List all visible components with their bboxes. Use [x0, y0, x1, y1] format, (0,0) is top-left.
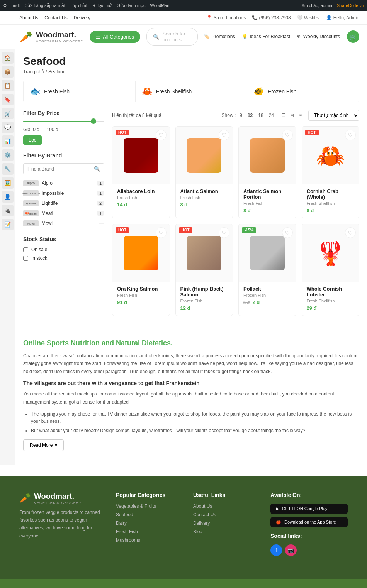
sidebar-icon-list[interactable]: 📋	[2, 80, 14, 91]
footer-cat-seafood[interactable]: Seafood	[116, 512, 182, 517]
brand-lightlife[interactable]: lightlife Lightlife 2	[23, 198, 104, 208]
show-9[interactable]: 9	[238, 112, 244, 119]
admin-bar-right: Xin chào, admin ShareCode.vn	[302, 3, 364, 8]
sidebar-icon-edit[interactable]: 📝	[2, 219, 14, 230]
contact-us-link[interactable]: Contact Us	[44, 15, 67, 20]
sidebar-icon-chat[interactable]: 💬	[2, 122, 14, 133]
price-slider-track[interactable]	[23, 121, 104, 122]
brand-search[interactable]: 🔍	[23, 163, 104, 174]
delivery-link[interactable]: Delivery	[74, 15, 90, 20]
wishlist-button[interactable]: ♡	[282, 227, 293, 238]
wishlist-button[interactable]: ♡	[219, 227, 229, 238]
admin-customize[interactable]: Tùy chỉnh	[70, 3, 88, 8]
in-stock-filter[interactable]: In stock	[23, 255, 104, 261]
tab-fresh-shellfish[interactable]: 🦀 Fresh Shellfish	[136, 81, 248, 102]
brand-mowi[interactable]: MOWI Mowi	[23, 218, 104, 228]
admin-new[interactable]: + Tạo mới	[93, 3, 113, 8]
admin-edit-menu[interactable]: Sửa danh mục	[117, 3, 146, 8]
sidebar-icon-home[interactable]: 🏠	[2, 52, 14, 64]
breadcrumb-home[interactable]: Trang chủ	[23, 69, 44, 74]
wishlist-button[interactable]: ♡	[345, 130, 356, 140]
list-view-icon[interactable]: ☰	[280, 112, 287, 119]
on-sale-checkbox[interactable]	[23, 247, 28, 252]
product-name[interactable]: Cornish Crab (Whole)	[307, 188, 355, 200]
sidebar-icon-image[interactable]: 🖼️	[2, 177, 14, 189]
wp-icon[interactable]: ⚙	[3, 3, 7, 8]
sidebar-icon-package[interactable]: 📦	[2, 66, 14, 78]
sidebar-icon-chart[interactable]: 📊	[2, 135, 14, 147]
footer-cat-dairy[interactable]: Dairy	[116, 520, 182, 526]
grid-view-icon[interactable]: ⊞	[289, 112, 295, 119]
admin-woodmart[interactable]: WoodMart	[150, 3, 170, 8]
footer-link-contact[interactable]: Contact Us	[193, 512, 259, 517]
about-us-link[interactable]: About Us	[19, 15, 38, 20]
promotions-nav[interactable]: 🏷️ Promotions	[204, 34, 235, 39]
wishlist-button[interactable]: ♡	[282, 130, 293, 140]
sidebar-icon-tag[interactable]: 🔖	[2, 94, 14, 105]
product-name[interactable]: Pink (Hump-Back) Salmon	[180, 286, 228, 297]
show-24[interactable]: 24	[267, 112, 275, 119]
show-12[interactable]: 12	[246, 112, 254, 119]
read-more-button[interactable]: Read More ▾	[23, 439, 64, 451]
tab-fresh-fish-label: Fresh Fish	[44, 88, 70, 95]
brand-alpro[interactable]: alpro Alpro 1	[23, 178, 104, 188]
product-img-wrap: ♡	[176, 127, 233, 184]
sidebar-icon-cart[interactable]: 🛒	[2, 108, 14, 119]
admin-store-label[interactable]: Cửa hàng sắp ra mắt	[24, 3, 65, 8]
slider-thumb[interactable]	[91, 118, 96, 124]
product-name[interactable]: Pollack	[243, 286, 291, 292]
sidebar-icon-tool[interactable]: 🔧	[2, 163, 14, 175]
app-store-button[interactable]: 🍎 Download on the App Store	[270, 517, 348, 527]
product-category: Frozen Fish	[243, 293, 291, 297]
footer-cat-mushrooms[interactable]: Mushrooms	[116, 537, 182, 543]
product-name[interactable]: Atlantic Salmon	[180, 188, 228, 194]
sidebar-icon-settings[interactable]: ⚙️	[2, 149, 14, 161]
wishlist-button[interactable]: ♡	[345, 227, 356, 238]
search-bar[interactable]: 🔍 Search for products	[146, 28, 198, 46]
wishlist-button[interactable]: ♡	[219, 130, 229, 140]
product-name[interactable]: Atlantic Salmon Portion	[243, 188, 291, 200]
logo[interactable]: 🥕 Woodmart. VEGETARIAN GROCERY	[19, 30, 83, 43]
footer-link-about[interactable]: About Us	[193, 504, 259, 509]
product-image: 🦀	[313, 138, 348, 173]
cart-button[interactable]: 🛒	[347, 30, 359, 43]
all-categories-button[interactable]: ☰ All Categories	[90, 31, 140, 43]
phone[interactable]: 📞 (956) 238-7908	[252, 15, 291, 20]
wishlist[interactable]: 🤍 Wishlist	[297, 15, 320, 20]
filter-button[interactable]: Lọc	[23, 135, 42, 145]
facebook-button[interactable]: f	[270, 544, 282, 556]
large-grid-icon[interactable]: ⊟	[297, 112, 304, 119]
product-img-wrap: ♡	[239, 127, 296, 184]
admin-site-label[interactable]: tmdt	[12, 3, 20, 8]
brand-search-input[interactable]	[27, 166, 92, 172]
on-sale-filter[interactable]: On sale	[23, 247, 104, 252]
product-name[interactable]: Allabacore Loin	[117, 188, 165, 194]
sidebar-icon-plugin[interactable]: 🔌	[2, 205, 14, 216]
sidebar-icon-user[interactable]: 👤	[2, 191, 14, 203]
wishlist-button[interactable]: ♡	[156, 130, 167, 140]
instagram-button[interactable]: 📷	[285, 544, 297, 556]
sidebar: 🏠 📦 📋 🔖 🛒 💬 📊 ⚙️ 🔧 🖼️ 👤 🔌 📝	[0, 49, 15, 465]
footer-cat-vegetables[interactable]: Vegetables & Fruits	[116, 504, 182, 509]
sort-select[interactable]: Thứ tự mặc định	[308, 110, 359, 121]
brand-impossible[interactable]: IMPOSSIBLE Impossible 1	[23, 188, 104, 198]
tab-frozen-fish[interactable]: 🐠 Frozen Fish	[247, 81, 359, 102]
footer-link-delivery[interactable]: Delivery	[193, 520, 259, 526]
store-location[interactable]: 📍 Store Locations	[206, 15, 246, 20]
products-grid: HOT ♡ Allabacore Loin Fresh Fish 14 đ	[112, 126, 359, 316]
product-name[interactable]: Whole Cornish Lobster	[307, 286, 355, 297]
footer-cat-fresh-fish[interactable]: Fresh Fish	[116, 529, 182, 534]
ideas-nav[interactable]: 💡 Ideas For Breakfast	[242, 34, 290, 39]
google-play-button[interactable]: ▶ GET IT ON Google Play	[270, 504, 348, 514]
discounts-nav[interactable]: % Weekly Discounts	[297, 34, 340, 39]
footer-link-blog[interactable]: Blog	[193, 529, 259, 534]
product-card-cornish-crab: HOT 🦀 ♡ Cornish Crab (Whole) Fresh Shell…	[302, 126, 360, 218]
product-category: Fresh Fish	[243, 201, 291, 206]
wishlist-button[interactable]: ♡	[156, 227, 167, 238]
product-name[interactable]: Ora King Salmon	[117, 286, 165, 292]
brand-meati[interactable]: 🍄meati Meati 1	[23, 208, 104, 218]
tab-fresh-fish[interactable]: 🐟 Fresh Fish	[24, 81, 136, 102]
show-18[interactable]: 18	[257, 112, 265, 119]
cart-icon: 🛒	[349, 33, 357, 41]
in-stock-checkbox[interactable]	[23, 256, 28, 261]
